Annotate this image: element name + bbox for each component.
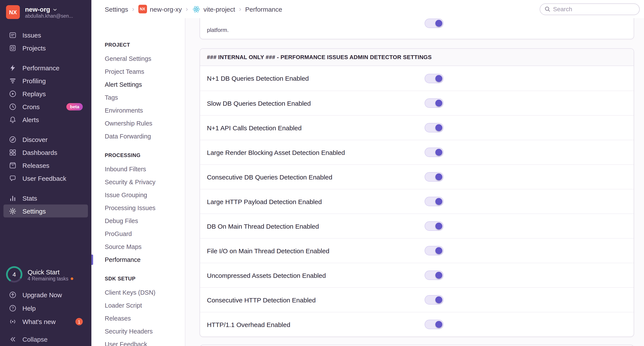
sidebar-group-monitoring: Performance Profiling Replays Crons beta… (0, 61, 92, 126)
settings-nav-section-title: PROCESSING (105, 152, 185, 158)
settings-nav-performance[interactable]: Performance (105, 253, 185, 266)
sidebar-item-alerts[interactable]: Alerts (4, 113, 88, 126)
upgrade-now-button[interactable]: Upgrade Now (4, 288, 88, 301)
settings-nav-inbound-filters[interactable]: Inbound Filters (105, 163, 185, 176)
settings-nav-tags[interactable]: Tags (105, 91, 185, 104)
collapse-icon (8, 335, 16, 343)
http11-overhead-toggle[interactable] (424, 320, 444, 329)
sidebar-item-issues[interactable]: Issues (4, 29, 88, 42)
search-box[interactable] (540, 3, 640, 15)
help-icon: ? (8, 304, 16, 312)
sidebar-group-explore: Discover Dashboards Releases User Feedba… (0, 133, 92, 185)
settings-nav-source-maps[interactable]: Source Maps (105, 240, 185, 253)
sidebar-item-dashboards[interactable]: Dashboards (4, 146, 88, 159)
chevron-right-icon: › (186, 6, 188, 13)
sidebar-item-label: Alerts (22, 116, 39, 123)
sidebar-group-admin: Stats Settings (0, 192, 92, 217)
topbar: Settings › NX new-org-xy › vite-project … (92, 0, 644, 18)
partial-setting-toggle[interactable] (424, 19, 444, 28)
search-input[interactable] (553, 6, 635, 13)
chevron-right-icon: › (239, 6, 242, 13)
consecutive-db-queries-toggle[interactable] (424, 172, 444, 182)
settings-nav-alert-settings[interactable]: Alert Settings (105, 78, 185, 91)
sidebar-item-label: Releases (22, 162, 49, 169)
issues-icon (8, 31, 16, 39)
settings-nav-environments[interactable]: Environments (105, 104, 185, 117)
sidebar-item-replays[interactable]: Replays (4, 87, 88, 100)
settings-nav-user-feedback[interactable]: User Feedback (105, 338, 185, 346)
sidebar-item-crons[interactable]: Crons beta (4, 100, 88, 113)
quick-start-count: 4 (12, 271, 16, 278)
file-io-main-thread-toggle[interactable] (424, 246, 444, 255)
settings-nav-ownership-rules[interactable]: Ownership Rules (105, 117, 185, 130)
n1-api-calls-toggle[interactable] (424, 123, 444, 132)
org-email: abdullah.khan@sen... (25, 13, 73, 19)
n1-db-queries-toggle[interactable] (424, 74, 444, 83)
help-button[interactable]: ? Help (4, 301, 88, 315)
settings-nav-data-forwarding[interactable]: Data Forwarding (105, 130, 185, 143)
db-main-thread-toggle[interactable] (424, 221, 444, 231)
sidebar-item-projects[interactable]: Projects (4, 42, 88, 54)
chevron-right-icon: › (132, 6, 134, 13)
settings-nav-releases[interactable]: Releases (105, 312, 185, 325)
sidebar-item-settings[interactable]: Settings (4, 204, 88, 217)
settings-nav-loader-script[interactable]: Loader Script (105, 299, 185, 312)
uncompressed-assets-toggle[interactable] (424, 270, 444, 280)
settings-nav-project-teams[interactable]: Project Teams (105, 65, 185, 78)
consecutive-http-toggle[interactable] (424, 295, 444, 304)
sidebar-item-releases[interactable]: Releases (4, 159, 88, 172)
setting-label: Uncompressed Assets Detection Enabled (207, 272, 424, 279)
render-blocking-asset-toggle[interactable] (424, 148, 444, 157)
setting-row: DB On Main Thread Detection Enabled (200, 214, 634, 238)
gear-icon (8, 207, 16, 215)
breadcrumb-performance[interactable]: Performance (245, 6, 282, 13)
settings-nav-general-settings[interactable]: General Settings (105, 52, 185, 65)
settings-nav-issue-grouping[interactable]: Issue Grouping (105, 189, 185, 201)
setting-row: Large HTTP Payload Detection Enabled (200, 189, 634, 214)
slow-db-queries-toggle[interactable] (424, 98, 444, 108)
search-icon (544, 6, 550, 12)
sidebar-item-label: Discover (22, 136, 48, 143)
setting-label: Consecutive HTTP Detection Enabled (207, 296, 424, 303)
projects-icon (8, 44, 16, 52)
setting-row: N+1 DB Queries Detection Enabled (200, 66, 634, 91)
setting-row: Consecutive DB Queries Detection Enabled (200, 164, 634, 189)
performance-icon (8, 64, 16, 72)
sidebar-item-user-feedback[interactable]: User Feedback (4, 172, 88, 185)
quick-start[interactable]: 4 Quick Start 4 Remaining tasks (4, 264, 88, 285)
sidebar-item-discover[interactable]: Discover (4, 133, 88, 146)
setting-row: N+1 API Calls Detection Enabled (200, 115, 634, 140)
setting-label: HTTP/1.1 Overhead Enabled (207, 321, 424, 328)
org-switcher[interactable]: NX new-org abdullah.khan@sen... (0, 0, 92, 24)
settings-nav-security-headers[interactable]: Security Headers (105, 325, 185, 338)
quick-start-subtitle: 4 Remaining tasks (28, 276, 68, 281)
large-http-payload-toggle[interactable] (424, 197, 444, 206)
settings-nav-proguard[interactable]: ProGuard (105, 227, 185, 240)
detector-settings-panel: ### INTERNAL ONLY ### - PERFORMANCE ISSU… (200, 48, 634, 337)
sidebar-item-label: Profiling (22, 77, 46, 84)
primary-sidebar: NX new-org abdullah.khan@sen... Issues P… (0, 0, 92, 346)
beta-badge: beta (66, 103, 83, 110)
performance-settings-content: platform. ### INTERNAL ONLY ### - PERFOR… (185, 18, 644, 346)
sidebar-item-label: Projects (22, 44, 46, 52)
collapse-sidebar-button[interactable]: Collapse (4, 333, 88, 346)
breadcrumb-label: vite-project (204, 6, 235, 13)
sidebar-item-performance[interactable]: Performance (4, 61, 88, 74)
settings-nav-processing-issues[interactable]: Processing Issues (105, 201, 185, 214)
setting-row: File I/O on Main Thread Detection Enable… (200, 238, 634, 263)
breadcrumb-organization[interactable]: NX new-org-xy (138, 5, 182, 13)
breadcrumb-project[interactable]: vite-project (192, 5, 235, 13)
whats-new-count-badge: 1 (76, 318, 83, 325)
user-feedback-icon (8, 174, 16, 182)
setting-row: Slow DB Queries Detection Enabled (200, 91, 634, 115)
settings-nav-client-keys[interactable]: Client Keys (DSN) (105, 286, 185, 299)
next-settings-panel (200, 345, 634, 346)
sidebar-item-label: Settings (22, 207, 46, 215)
breadcrumb-settings[interactable]: Settings (105, 6, 128, 13)
sidebar-item-label: Replays (22, 90, 46, 97)
sidebar-item-stats[interactable]: Stats (4, 192, 88, 204)
settings-nav-security-privacy[interactable]: Security & Privacy (105, 176, 185, 189)
whats-new-button[interactable]: What's new 1 (4, 315, 88, 328)
settings-nav-debug-files[interactable]: Debug Files (105, 214, 185, 227)
sidebar-item-profiling[interactable]: Profiling (4, 74, 88, 87)
